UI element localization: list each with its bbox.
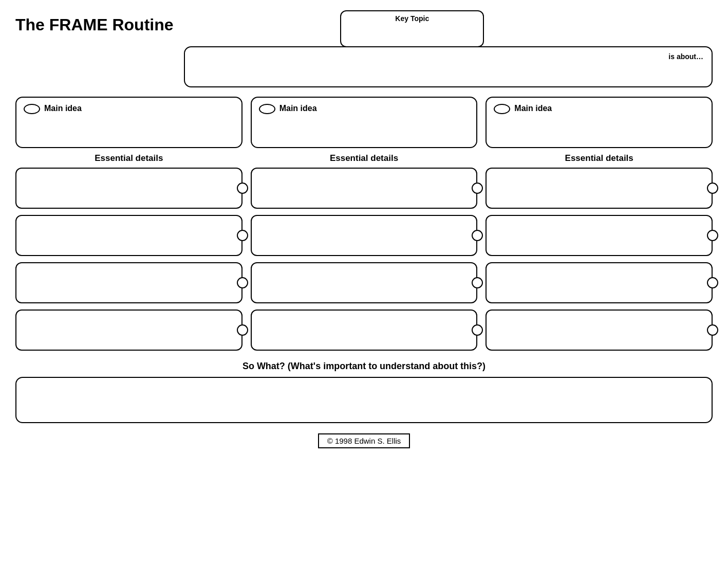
detail-box-3-2[interactable] [486, 215, 713, 256]
main-idea-box-2[interactable]: Main idea [251, 97, 478, 148]
detail-circle-2-2 [472, 230, 483, 241]
details-column-2: Essential details [251, 153, 478, 351]
key-topic-input[interactable] [351, 23, 473, 43]
detail-box-2-2[interactable] [251, 215, 478, 256]
oval-indicator-3 [494, 104, 510, 114]
so-what-label: So What? (What's important to understand… [15, 361, 713, 372]
is-about-box[interactable]: is about… [184, 46, 713, 87]
detail-row-2-1 [251, 168, 478, 209]
is-about-row: is about… [184, 46, 713, 87]
detail-row-3-4 [486, 310, 713, 351]
footer: © 1998 Edwin S. Ellis [15, 433, 713, 448]
detail-row-2-4 [251, 310, 478, 351]
header: The FRAME Routine Key Topic is about… [15, 10, 713, 87]
detail-circle-1-1 [237, 183, 248, 194]
main-idea-box-1[interactable]: Main idea [15, 97, 242, 148]
details-header-2: Essential details [251, 153, 478, 163]
main-idea-box-3[interactable]: Main idea [486, 97, 713, 148]
detail-circle-1-4 [237, 324, 248, 336]
detail-box-1-3[interactable] [15, 262, 242, 303]
detail-box-1-2[interactable] [15, 215, 242, 256]
detail-circle-2-1 [472, 183, 483, 194]
detail-circle-3-4 [707, 324, 718, 336]
detail-circle-1-2 [237, 230, 248, 241]
main-idea-label-2: Main idea [279, 104, 317, 113]
detail-row-3-2 [486, 215, 713, 256]
is-about-label: is about… [668, 52, 703, 61]
details-boxes-2 [251, 168, 478, 351]
detail-row-2-2 [251, 215, 478, 256]
detail-circle-2-3 [472, 277, 483, 288]
detail-circle-1-3 [237, 277, 248, 288]
key-topic-label: Key Topic [351, 14, 473, 23]
detail-box-1-1[interactable] [15, 168, 242, 209]
footer-text: © 1998 Edwin S. Ellis [327, 436, 401, 445]
detail-box-3-1[interactable] [486, 168, 713, 209]
main-idea-label-3: Main idea [514, 104, 552, 113]
detail-row-1-1 [15, 168, 242, 209]
details-boxes-3 [486, 168, 713, 351]
detail-box-3-3[interactable] [486, 262, 713, 303]
detail-row-1-4 [15, 310, 242, 351]
detail-circle-2-4 [472, 324, 483, 336]
main-idea-label-1: Main idea [44, 104, 82, 113]
page-title: The FRAME Routine [15, 10, 174, 34]
main-ideas-row: Main idea Main idea Main idea [15, 97, 713, 148]
detail-row-1-2 [15, 215, 242, 256]
detail-row-1-3 [15, 262, 242, 303]
detail-circle-3-2 [707, 230, 718, 241]
details-column-1: Essential details [15, 153, 242, 351]
details-header-3: Essential details [486, 153, 713, 163]
so-what-box[interactable] [15, 377, 713, 423]
detail-row-3-3 [486, 262, 713, 303]
details-column-3: Essential details [486, 153, 713, 351]
detail-row-3-1 [486, 168, 713, 209]
details-boxes-1 [15, 168, 242, 351]
key-topic-box[interactable]: Key Topic [340, 10, 484, 47]
detail-circle-3-3 [707, 277, 718, 288]
detail-box-1-4[interactable] [15, 310, 242, 351]
detail-row-2-3 [251, 262, 478, 303]
detail-box-2-1[interactable] [251, 168, 478, 209]
detail-box-3-4[interactable] [486, 310, 713, 351]
detail-circle-3-1 [707, 183, 718, 194]
detail-box-2-4[interactable] [251, 310, 478, 351]
details-section: Essential details Essential details [15, 153, 713, 351]
oval-indicator-2 [259, 104, 275, 114]
footer-box: © 1998 Edwin S. Ellis [318, 433, 410, 448]
details-header-1: Essential details [15, 153, 242, 163]
oval-indicator-1 [24, 104, 40, 114]
detail-box-2-3[interactable] [251, 262, 478, 303]
so-what-section: So What? (What's important to understand… [15, 361, 713, 423]
